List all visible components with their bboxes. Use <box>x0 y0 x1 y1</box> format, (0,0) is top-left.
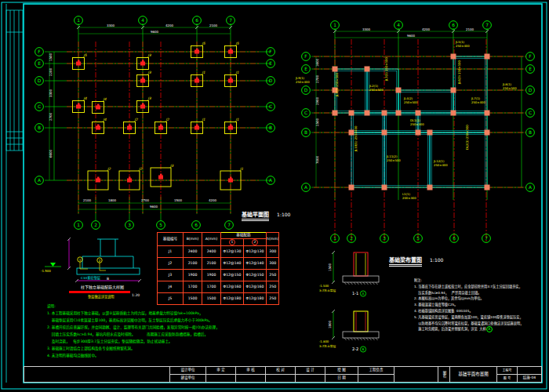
annex-notes: 附注:1. 当基底下存在耕土或松软土时，应全部挖除并用3:7灰土分层回填夯实， … <box>414 278 540 332</box>
column-section <box>230 177 232 180</box>
annex-title: 附注: <box>414 278 540 284</box>
tb-drafter-label: 绘 图 <box>325 367 358 375</box>
left-plan-scale: 1:100 <box>277 212 290 217</box>
axis-label: C <box>269 104 272 109</box>
table-cell: 300 <box>267 246 279 258</box>
column-block <box>416 130 421 136</box>
dim-text: 4200 <box>422 27 431 31</box>
table-cell: 250 <box>267 281 279 293</box>
annex-line: 3. 基础混凝土强度等级C25。 <box>414 302 540 308</box>
axis-label: 6 <box>195 223 198 227</box>
detail-caption: 1-1 <box>352 291 358 296</box>
dim-text-side: 6600 <box>49 149 53 158</box>
detail-pad-text: 3:7灰土垫层 <box>319 344 336 348</box>
dim-text: 3300 <box>107 24 115 27</box>
column-section <box>196 125 198 127</box>
footing-label: J4 <box>83 96 87 100</box>
notes-line: 4. 未注明的基础均沿轴线居中。 <box>47 352 292 359</box>
beam-inner <box>420 114 485 131</box>
column-section <box>196 49 198 51</box>
detail-dim-text: 1500 <box>328 263 332 271</box>
axis-label: B <box>38 125 41 130</box>
axis-label: A <box>269 178 272 183</box>
table-cell: 1900 <box>202 270 221 281</box>
axis-label: 4 <box>397 23 400 27</box>
detail-mark: B <box>362 347 365 351</box>
footing-label: J3 <box>147 71 152 74</box>
axis-label: 6 <box>453 236 456 241</box>
notes-line: 基础垫层采用C10素混凝土厚100，基底标高详见图中注明，灰土垫层压实后承载力不… <box>47 317 292 324</box>
column-section <box>230 78 232 80</box>
hatch-tick <box>354 282 356 285</box>
column-section <box>97 125 100 127</box>
axis-label: C <box>304 111 307 115</box>
column-block <box>427 130 433 136</box>
table-cell: 1700 <box>202 281 221 293</box>
right-plan-scale: 1:100 <box>430 257 443 263</box>
axis-label: F <box>304 54 307 59</box>
left-plan: 1467123567FFEEDDCCBBAA330042002100960021… <box>24 4 282 233</box>
tb-projno-label: 工程号 <box>497 367 517 375</box>
table-cell: 300 <box>267 258 279 270</box>
column-section <box>230 125 232 127</box>
column-block <box>349 111 354 116</box>
beam-label-size: 250×400 <box>296 80 310 84</box>
column-section <box>129 125 131 127</box>
hatch-tick <box>344 338 347 340</box>
footing-detail-subcaption: 垫层做法详见说明 <box>88 294 115 299</box>
hatch-tick <box>369 338 372 340</box>
table-row: J124002400Φ12@130Φ12@130300 <box>158 246 279 258</box>
axis-label: D <box>304 88 308 93</box>
col-rebar-merged: 基础配筋 <box>221 233 267 239</box>
axis-label: 7 <box>485 236 488 241</box>
notes-title: 说明: <box>47 303 292 310</box>
beam-label-size: 250×400 <box>456 44 470 48</box>
beam-label-size: 250×500 <box>404 100 418 104</box>
footing-label: J4 <box>103 118 107 122</box>
col-a: A(mm) <box>202 233 221 246</box>
column-section <box>230 49 232 51</box>
column-section <box>78 60 80 63</box>
axis-label: A <box>38 178 41 183</box>
footing-label: J1 <box>239 167 243 171</box>
footing-label: J5 <box>235 42 239 45</box>
hatch-tick <box>366 338 369 340</box>
axis-label: D <box>38 78 42 83</box>
table-cell: Φ12@140 <box>221 258 244 270</box>
column-block <box>333 111 338 116</box>
table-cell: Φ12@160 <box>221 281 244 293</box>
hatch-tick <box>344 282 347 285</box>
col-h: h(mm) <box>267 233 279 246</box>
rebar-mark-1: 1 <box>229 239 235 245</box>
column-block <box>416 111 421 116</box>
axis-label: 6 <box>452 23 455 27</box>
dim-text-side: 2700 <box>315 74 319 83</box>
dim-text-side: 3300 <box>49 89 53 97</box>
hatch-tick <box>357 282 359 285</box>
hatch-tick <box>360 282 362 285</box>
tb-drawing-title: 基础平面布置图 <box>450 367 497 382</box>
rebar-mark-2: 2 <box>252 239 258 245</box>
detail-caption: 2-2 <box>352 347 358 351</box>
dim-b-label: B <box>107 277 109 281</box>
level-text: -1.500 <box>41 269 51 273</box>
hatch-tick <box>366 282 369 285</box>
table-row: J221002100Φ12@140Φ12@140300 <box>158 258 279 270</box>
dim-text-total: 9600 <box>151 30 159 34</box>
notes-line: 回填土压实系数λc≥0.94，基坑内积水应及时排除。 雨期施工应采取防泡槽措施，… <box>47 331 292 338</box>
dim-text: 1500 <box>174 198 183 202</box>
dim-text-total: 9600 <box>150 205 158 209</box>
col-b: B(mm) <box>184 233 202 246</box>
table-cell: Φ12@130 <box>221 246 244 258</box>
column-block <box>451 88 456 93</box>
dim-text-side: 1500 <box>49 53 53 61</box>
footing-label: J5 <box>83 53 87 57</box>
axis-label: B <box>269 125 272 130</box>
annex-line: 以防地基不均匀沉降时将梁底拉裂，基础梁遇洞口处做法详见结施说明， <box>414 321 540 327</box>
footing-label: J4 <box>103 97 107 101</box>
tb-lead: 工程负责 <box>358 367 394 382</box>
axis-label: B <box>529 130 532 135</box>
annex-line: 4. 柱插筋锚固构造详见图集 03G101。 <box>414 308 540 314</box>
footing-label: J1 <box>235 71 239 74</box>
axis-label: 1 <box>77 18 80 23</box>
